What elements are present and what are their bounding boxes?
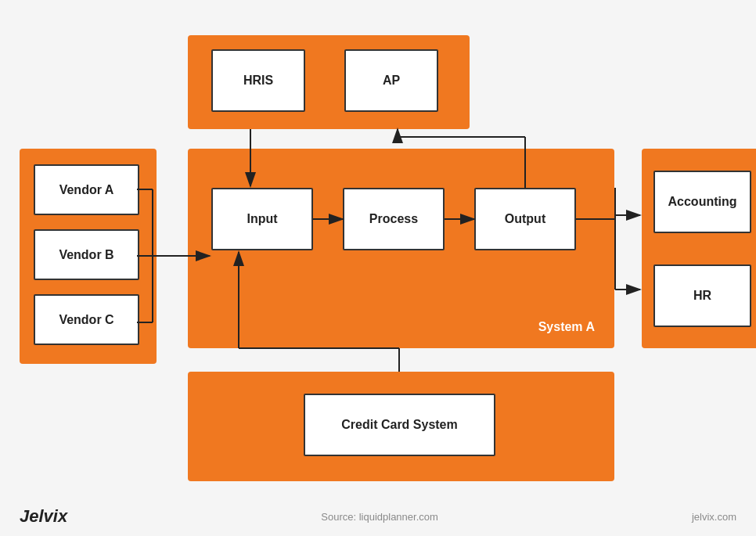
url-label: jelvix.com xyxy=(692,511,736,523)
right-orange-block: Accounting HR xyxy=(642,149,756,348)
vendor-orange-block: Vendor A Vendor B Vendor C xyxy=(20,149,157,364)
diagram-area: HRIS AP Vendor A Vendor B Vendor C Input… xyxy=(16,16,740,493)
ap-box: AP xyxy=(344,49,438,112)
system-a-orange-block: Input Process Output System A xyxy=(188,149,614,348)
source-label: Source: liquidplanner.com xyxy=(321,511,438,523)
top-orange-block: HRIS AP xyxy=(188,35,470,129)
input-box: Input xyxy=(211,188,313,250)
process-box: Process xyxy=(343,188,445,250)
accounting-box: Accounting xyxy=(653,171,751,233)
output-box: Output xyxy=(474,188,576,250)
hris-box: HRIS xyxy=(211,49,305,112)
brand-label: Jelvix xyxy=(20,506,67,527)
system-a-label: System A xyxy=(538,320,595,334)
bottom-orange-block: Credit Card System xyxy=(188,372,614,481)
footer: Jelvix Source: liquidplanner.com jelvix.… xyxy=(0,497,756,536)
vendor-b-box: Vendor B xyxy=(34,229,139,280)
credit-card-box: Credit Card System xyxy=(304,394,495,456)
vendor-c-box: Vendor C xyxy=(34,294,139,345)
vendor-a-box: Vendor A xyxy=(34,164,139,215)
hr-box: HR xyxy=(653,264,751,327)
